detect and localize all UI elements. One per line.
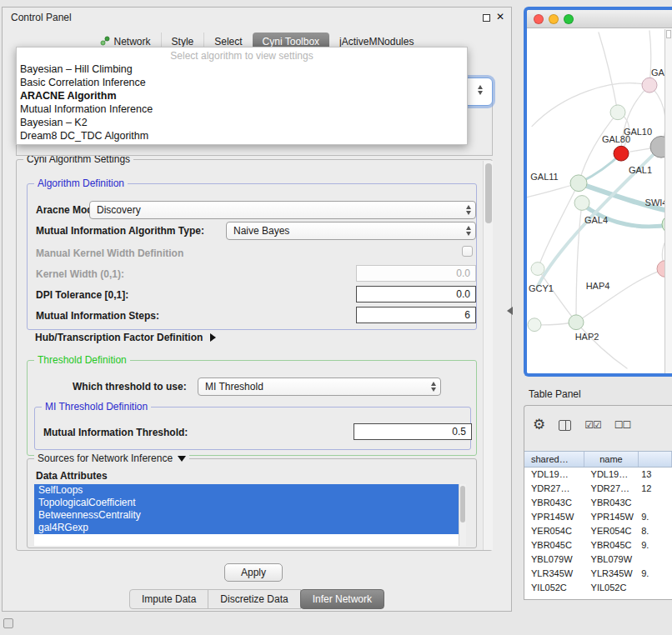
- table-row[interactable]: YDL19…YDL19…13: [524, 468, 672, 482]
- network-node[interactable]: [610, 105, 625, 120]
- table-cell: YBR045C: [584, 538, 639, 552]
- dropdown-items: Bayesian – Hill ClimbingBasic Correlatio…: [17, 62, 467, 142]
- table-cell: YER054C: [584, 524, 639, 538]
- network-view-window: GALGAL80GAL10GAL11GAL1SWI4GAL4GCY1HAP4HA…: [524, 7, 672, 377]
- desktop: Control Panel ✕ NetworkStyleSelectCyni T…: [0, 0, 672, 635]
- dropdown-prompt: Select algorithm to view settings: [17, 49, 467, 62]
- attribute-list-scrollbar-thumb[interactable]: [460, 486, 465, 522]
- network-edge: [576, 322, 627, 368]
- attribute-item-topologicalcoefficient[interactable]: TopologicalCoefficient: [34, 497, 459, 509]
- settings-scrollbar[interactable]: [483, 161, 493, 550]
- table-panel-title: Table Panel: [529, 388, 581, 400]
- network-node[interactable]: [574, 196, 589, 211]
- algorithm-option-bayesian-hill-climbing[interactable]: Bayesian – Hill Climbing: [17, 62, 467, 76]
- table-row[interactable]: YBR043CYBR043C: [524, 496, 672, 510]
- column-manager-icon[interactable]: [559, 420, 571, 431]
- node-label-gcy1: GCY1: [529, 283, 554, 293]
- aracne-mode-select[interactable]: Discovery: [89, 201, 476, 219]
- table-cell: YBR045C: [524, 538, 584, 552]
- float-window-icon[interactable]: [483, 14, 490, 22]
- network-edge: [579, 269, 665, 321]
- network-scrollbar-thumb[interactable]: [666, 30, 671, 38]
- column-header-2[interactable]: [639, 452, 672, 467]
- tab-label: Style: [172, 36, 194, 48]
- settings-scrollbar-thumb[interactable]: [485, 163, 492, 223]
- network-node[interactable]: [569, 315, 584, 330]
- split-pane-collapse-icon[interactable]: [507, 307, 513, 315]
- table-cell: YDR27…: [584, 482, 639, 496]
- algorithm-option-basic-correlation-inference[interactable]: Basic Correlation Inference: [17, 76, 467, 89]
- apply-button[interactable]: Apply: [224, 563, 283, 582]
- network-node[interactable]: [614, 146, 629, 161]
- table-cell: 13: [639, 468, 672, 482]
- node-label-hap4: HAP4: [586, 281, 610, 291]
- select-all-icon[interactable]: ☑☑: [584, 419, 601, 431]
- attribute-item-betweennesscentrality[interactable]: BetweennessCentrality: [34, 509, 459, 522]
- sources-legend[interactable]: Sources for Network Inference: [34, 452, 189, 464]
- attribute-item-selfloops[interactable]: SelfLoops: [34, 484, 459, 497]
- table-cell: 9.: [639, 538, 672, 552]
- table-row[interactable]: YER054CYER054C8.: [524, 524, 672, 538]
- close-traffic-light-icon[interactable]: [534, 14, 544, 24]
- algorithm-option-mutual-information-inference[interactable]: Mutual Information Inference: [17, 102, 467, 116]
- table-row[interactable]: YLR345WYLR345W9.: [524, 567, 672, 581]
- column-header-0[interactable]: shared…: [524, 452, 584, 467]
- attribute-item-gal4rgexp[interactable]: gal4RGexp: [34, 522, 459, 534]
- network-node[interactable]: [528, 318, 541, 332]
- kernel-width-field[interactable]: 0.0: [356, 265, 476, 282]
- bottom-tab-impute-data[interactable]: Impute Data: [129, 589, 208, 609]
- manual-kernel-width-checkbox[interactable]: [462, 246, 473, 257]
- network-scrollbar[interactable]: [664, 29, 672, 373]
- table-cell: YBL079W: [524, 552, 584, 567]
- network-node[interactable]: [570, 175, 587, 192]
- column-header-1[interactable]: name: [584, 452, 639, 467]
- table-cell: YDL19…: [524, 468, 584, 482]
- which-threshold-select[interactable]: MI Threshold: [198, 378, 441, 396]
- tab-label: Network: [114, 36, 151, 48]
- attribute-list-scrollbar[interactable]: [459, 484, 466, 546]
- algorithm-option-bayesian-k2[interactable]: Bayesian – K2: [17, 116, 467, 129]
- bottom-tab-discretize-data[interactable]: Discretize Data: [208, 589, 300, 609]
- table-cell: YDL19…: [584, 468, 639, 482]
- node-label-gal4: GAL4: [584, 215, 608, 225]
- minimize-traffic-light-icon[interactable]: [549, 14, 559, 24]
- close-icon[interactable]: ✕: [496, 11, 504, 22]
- manual-kernel-width-label: Manual Kernel Width Definition: [36, 248, 183, 259]
- algorithm-option-aracne-algorithm[interactable]: ARACNE Algorithm: [17, 89, 467, 102]
- deselect-all-icon[interactable]: ☐☐: [614, 419, 631, 431]
- zoom-traffic-light-icon[interactable]: [564, 14, 574, 24]
- mi-steps-field[interactable]: 6: [356, 307, 476, 323]
- table-cell: YER054C: [524, 524, 584, 538]
- table-row[interactable]: YIL052CYIL052C: [524, 581, 672, 595]
- network-window-titlebar: [527, 10, 672, 28]
- algorithm-dropdown-popup: Select algorithm to view settings Bayesi…: [16, 47, 468, 145]
- network-node[interactable]: [531, 262, 544, 276]
- node-label-gal1: GAL1: [629, 165, 652, 175]
- hub-section-toggle[interactable]: Hub/Transcription Factor Definition: [35, 332, 216, 343]
- table-row[interactable]: YDR27…YDR27…12: [524, 482, 672, 496]
- tab-label: Select: [214, 36, 242, 48]
- threshold-definition-legend: Threshold Definition: [34, 354, 130, 366]
- dpi-tolerance-field[interactable]: 0.0: [356, 286, 476, 302]
- mi-threshold-field[interactable]: 0.5: [354, 423, 472, 440]
- panel-grip-icon[interactable]: [3, 618, 13, 628]
- cyni-settings-group: Cyni Algorithm Settings Algorithm Defini…: [16, 159, 493, 551]
- network-edge: [599, 32, 618, 112]
- dpi-tolerance-label: DPI Tolerance [0,1]:: [36, 289, 128, 301]
- table-row[interactable]: YBR045CYBR045C9.: [524, 538, 672, 552]
- gear-icon[interactable]: ⚙: [533, 418, 545, 432]
- table-cell: [639, 581, 672, 595]
- table-row[interactable]: YBL079WYBL079W: [524, 552, 672, 567]
- table-row[interactable]: YPR145WYPR145W9.: [524, 510, 672, 524]
- algorithm-definition-legend: Algorithm Definition: [34, 178, 128, 189]
- window-title: Control Panel: [11, 12, 72, 23]
- tab-label: jActiveMNodules: [339, 36, 414, 48]
- bottom-tab-infer-network[interactable]: Infer Network: [300, 589, 384, 609]
- algorithm-option-dream8-dc-tdc-algorithm[interactable]: Dream8 DC_TDC Algorithm: [17, 129, 467, 142]
- network-node[interactable]: [642, 78, 657, 92]
- control-panel-window: Control Panel ✕ NetworkStyleSelectCyni T…: [2, 7, 512, 612]
- table-cell: YBR043C: [524, 496, 584, 510]
- mi-type-select[interactable]: Naive Bayes: [226, 222, 476, 240]
- network-edge: [527, 184, 577, 198]
- network-canvas[interactable]: GALGAL80GAL10GAL11GAL1SWI4GAL4GCY1HAP4HA…: [527, 29, 672, 373]
